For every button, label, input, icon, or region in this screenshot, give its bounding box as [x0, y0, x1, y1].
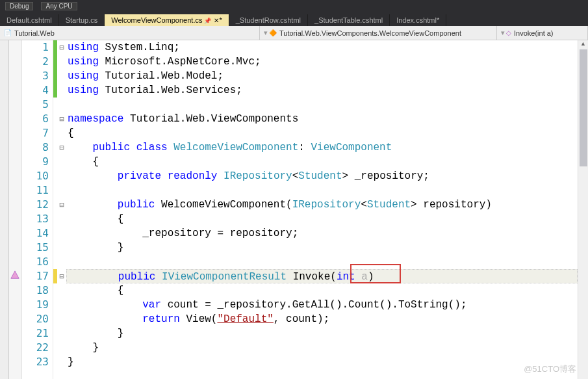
code-line[interactable]: [66, 183, 578, 198]
scroll-up-icon[interactable]: ▲: [578, 40, 588, 49]
tab-label: Default.cshtml: [6, 16, 52, 24]
project-name: Tutorial.Web: [14, 29, 55, 37]
editor: 1 2 3 4 5 6 7 8 9 10 11 12 13 14 15 16 1…: [0, 40, 588, 379]
code-line[interactable]: [66, 98, 578, 112]
project-selector[interactable]: 📄Tutorial.Web: [0, 26, 260, 40]
line-number: 22: [22, 341, 49, 355]
line-number: 8: [22, 140, 49, 155]
tab-label: _StudentRow.cshtml: [236, 16, 301, 24]
line-number: 15: [22, 241, 49, 255]
code-line[interactable]: using System.Linq;: [66, 40, 578, 55]
member-selector[interactable]: ▾◇Invoke(int a): [497, 26, 588, 40]
line-number: 9: [22, 155, 49, 169]
line-number: 14: [22, 226, 49, 241]
navigation-bar: 📄Tutorial.Web ▾🔶Tutorial.Web.ViewCompone…: [0, 26, 588, 40]
tab-strip: Default.cshtml Startup.cs WelcomeViewCom…: [0, 12, 588, 26]
method-icon: ◇: [506, 29, 511, 36]
svg-marker-0: [11, 271, 19, 278]
code-line[interactable]: {: [66, 126, 578, 140]
line-number: 19: [22, 298, 49, 312]
code-line[interactable]: _repository = repository;: [66, 226, 578, 241]
tab-welcomeviewcomponent[interactable]: WelcomeViewComponent.cs📌✕: [105, 14, 229, 26]
watermark: @51CTO博客: [524, 363, 576, 375]
line-number: 18: [22, 283, 49, 298]
line-number: 17: [22, 269, 49, 283]
config-dropdown[interactable]: Debug: [5, 2, 33, 10]
class-selector[interactable]: ▾🔶Tutorial.Web.ViewComponents.WelcomeVie…: [260, 26, 497, 40]
csharp-icon: 📄: [4, 29, 12, 36]
code-line[interactable]: public class WelcomeViewComponent: ViewC…: [66, 140, 578, 155]
line-number: 10: [22, 169, 49, 183]
code-area[interactable]: using System.Linq; using Microsoft.AspNe…: [66, 40, 578, 379]
vertical-scrollbar[interactable]: ▲: [578, 40, 588, 379]
breakpoint-gutter[interactable]: [9, 40, 22, 379]
outline-toggle[interactable]: ⊟: [57, 198, 66, 212]
platform-dropdown[interactable]: Any CPU: [41, 2, 77, 10]
tab-label: _StudentTable.cshtml: [314, 16, 383, 24]
outline-toggle[interactable]: ⊟: [57, 269, 66, 283]
tab-label: Startup.cs: [66, 16, 98, 24]
line-number: 7: [22, 126, 49, 140]
code-line[interactable]: public WelcomeViewComponent(IRepository<…: [66, 198, 578, 212]
code-line[interactable]: {: [66, 155, 578, 169]
line-number: 12: [22, 198, 49, 212]
line-number: 13: [22, 212, 49, 226]
code-line[interactable]: [66, 255, 578, 269]
code-line[interactable]: using Microsoft.AspNetCore.Mvc;: [66, 55, 578, 69]
scrollbar-thumb[interactable]: [580, 49, 587, 166]
code-line[interactable]: }: [66, 355, 578, 369]
outline-gutter: ⊟ ⊟ ⊟ ⊟ ⊟: [57, 40, 66, 379]
outline-toggle[interactable]: ⊟: [57, 140, 66, 155]
line-number: 4: [22, 83, 49, 98]
close-icon[interactable]: ✕: [214, 17, 219, 24]
code-line-current[interactable]: public IViewComponentResult Invoke(int a…: [66, 269, 578, 283]
line-number-gutter: 1 2 3 4 5 6 7 8 9 10 11 12 13 14 15 16 1…: [22, 40, 53, 379]
line-number: 21: [22, 326, 49, 341]
side-panel-collapsed[interactable]: [0, 40, 9, 379]
tab-studenttable[interactable]: _StudentTable.cshtml: [308, 14, 390, 26]
code-line[interactable]: {: [66, 283, 578, 298]
code-line[interactable]: var count = _repository.GetAll().Count()…: [66, 298, 578, 312]
code-line[interactable]: return View("Default", count);: [66, 312, 578, 326]
code-line[interactable]: private readonly IRepository<Student> _r…: [66, 169, 578, 183]
line-number: 16: [22, 255, 49, 269]
line-number: 11: [22, 183, 49, 198]
code-line[interactable]: }: [66, 341, 578, 355]
line-number: 3: [22, 69, 49, 83]
code-line[interactable]: }: [66, 326, 578, 341]
line-number: 6: [22, 112, 49, 126]
class-icon: 🔶: [269, 29, 277, 36]
code-line[interactable]: using Tutorial.Web.Model;: [66, 69, 578, 83]
member-name: Invoke(int a): [514, 29, 554, 37]
code-line[interactable]: namespace Tutorial.Web.ViewComponents: [66, 112, 578, 126]
toolbar: Debug Any CPU: [0, 0, 588, 12]
code-line[interactable]: }: [66, 241, 578, 255]
tab-label: WelcomeViewComponent.cs: [111, 16, 202, 24]
line-number: 20: [22, 312, 49, 326]
line-number: 2: [22, 55, 49, 69]
warning-icon: [10, 270, 19, 280]
code-line[interactable]: using Tutorial.Web.Services;: [66, 83, 578, 98]
line-number: 1: [22, 40, 49, 55]
tab-index-cshtml[interactable]: Index.cshtml: [390, 14, 446, 26]
tab-label: Index.cshtml: [396, 16, 437, 24]
line-number: 23: [22, 355, 49, 369]
tab-default-cshtml[interactable]: Default.cshtml: [0, 14, 59, 26]
tab-startup-cs[interactable]: Startup.cs: [59, 14, 105, 26]
code-line[interactable]: {: [66, 212, 578, 226]
tab-studentrow[interactable]: _StudentRow.cshtml: [229, 14, 308, 26]
outline-toggle[interactable]: ⊟: [57, 40, 66, 55]
line-number: 5: [22, 98, 49, 112]
outline-toggle[interactable]: ⊟: [57, 112, 66, 126]
pin-icon[interactable]: 📌: [204, 18, 211, 24]
class-name: Tutorial.Web.ViewComponents.WelcomeViewC…: [279, 29, 461, 37]
